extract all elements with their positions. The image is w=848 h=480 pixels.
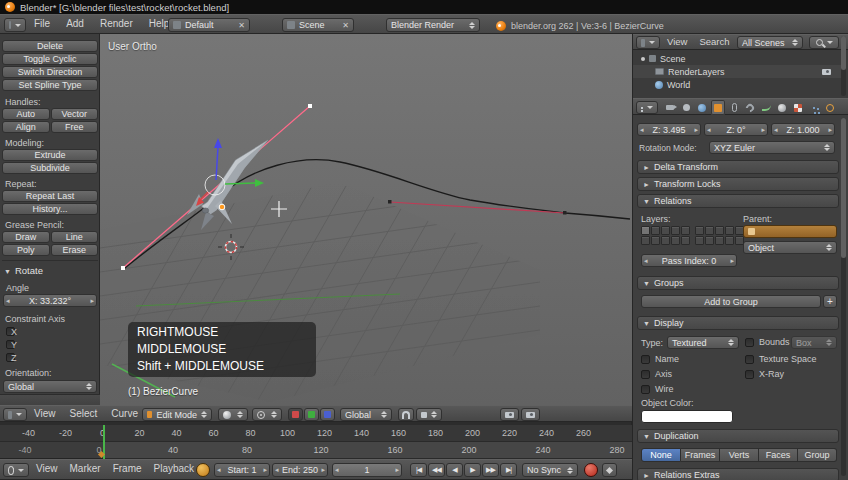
orientation-dropdown[interactable]: Global	[3, 380, 97, 393]
tool-button[interactable]: Vector	[51, 108, 99, 120]
search-button[interactable]	[809, 36, 839, 49]
panel-groups[interactable]: Groups	[637, 276, 839, 290]
render-toggle-icon[interactable]	[822, 69, 831, 75]
duplication-option-button[interactable]: Group	[798, 448, 837, 462]
pass-index-field[interactable]: ◂ Pass Index: 0 ▸	[641, 254, 737, 267]
menu-item[interactable]: Add	[66, 18, 84, 32]
new-group-button[interactable]: +	[823, 295, 837, 308]
layer-cell[interactable]	[661, 226, 670, 235]
current-frame-field[interactable]: ◂ 1 ▸	[332, 463, 402, 477]
tab-modifiers[interactable]	[743, 100, 757, 115]
mode-dropdown[interactable]: Edit Mode	[142, 408, 212, 421]
tool-button[interactable]: Free	[51, 121, 99, 133]
menu-item[interactable]: File	[34, 18, 50, 32]
decrement-icon[interactable]: ◂	[644, 257, 648, 265]
viewport-3d[interactable]: User Ortho RIGHTMOUSEMIDDLEMOUSEShift + …	[100, 34, 632, 405]
layer-cell[interactable]	[705, 236, 714, 245]
properties-scrollbar[interactable]	[841, 118, 846, 476]
bounds-type-dropdown[interactable]: Box	[791, 336, 837, 349]
layer-cell[interactable]	[715, 226, 724, 235]
checkbox[interactable]	[641, 370, 650, 379]
tool-button[interactable]: Erase	[51, 244, 99, 256]
snap-element-dropdown[interactable]	[416, 408, 442, 421]
layer-cell[interactable]	[671, 236, 680, 245]
unlink-scene-icon[interactable]: ✕	[342, 21, 349, 30]
tool-button[interactable]: Delete	[2, 40, 98, 52]
outliner-row-renderlayers[interactable]: RenderLayers	[633, 65, 841, 78]
tab-physics[interactable]	[823, 100, 837, 115]
increment-icon[interactable]: ▸	[321, 466, 325, 474]
tool-button[interactable]: Repeat Last	[2, 190, 98, 202]
add-to-group-button[interactable]: Add to Group	[641, 295, 821, 308]
parent-type-dropdown[interactable]: Object	[743, 241, 837, 254]
increment-icon[interactable]: ▸	[730, 257, 734, 265]
layer-cell[interactable]	[651, 226, 660, 235]
scale-z-field[interactable]: ◂ Z: 1.000 ▸	[771, 123, 835, 136]
layer-cell[interactable]	[681, 236, 690, 245]
editor-type-button[interactable]	[3, 463, 29, 477]
layer-cell[interactable]	[671, 226, 680, 235]
shading-dropdown[interactable]	[218, 408, 248, 421]
editor-type-button[interactable]	[4, 18, 26, 32]
decrement-icon[interactable]: ◂	[275, 466, 279, 474]
tool-button[interactable]: Subdivide	[2, 162, 98, 174]
operator-panel-header[interactable]: Rotate	[4, 265, 43, 276]
layer-cell[interactable]	[651, 236, 660, 245]
editor-type-button[interactable]	[3, 408, 27, 421]
panel-duplication[interactable]: Duplication	[637, 429, 839, 443]
panel-relations-extras[interactable]: Relations Extras	[637, 468, 839, 480]
object-color-swatch[interactable]	[641, 410, 733, 423]
menu-item[interactable]: Playback	[154, 463, 195, 477]
increment-icon[interactable]: ▸	[395, 466, 399, 474]
tab-particles[interactable]	[807, 100, 821, 115]
tool-button[interactable]: Auto	[2, 108, 50, 120]
tab-render[interactable]	[663, 100, 677, 115]
handle-endpoint[interactable]	[121, 266, 125, 270]
editor-type-button[interactable]	[636, 101, 658, 114]
tool-button[interactable]: Set Spline Type	[2, 79, 98, 91]
render-opengl-anim-button[interactable]	[521, 408, 540, 421]
tool-button[interactable]: Poly	[2, 244, 50, 256]
tab-material[interactable]	[775, 100, 789, 115]
auto-keyframe-button[interactable]	[196, 463, 210, 477]
tool-button[interactable]: History...	[2, 203, 98, 215]
layer-cell[interactable]	[725, 226, 734, 235]
draw-type-dropdown[interactable]: Textured	[667, 336, 739, 349]
selected-control-point[interactable]	[219, 204, 225, 210]
layer-cell[interactable]	[695, 226, 704, 235]
tab-scene[interactable]	[679, 100, 693, 115]
increment-icon[interactable]: ▸	[263, 466, 267, 474]
xray-checkbox-row[interactable]: X-Ray	[745, 369, 784, 379]
axis-checkbox-row[interactable]: Axis	[641, 369, 672, 379]
record-button[interactable]	[584, 463, 598, 477]
playback-button[interactable]: ◀◀	[428, 463, 445, 477]
rotation-z-field[interactable]: ◂ Z: 0° ▸	[704, 123, 768, 136]
outliner-scrollbar[interactable]	[841, 36, 846, 96]
menu-item[interactable]: Curve	[111, 408, 138, 421]
render-opengl-button[interactable]	[500, 408, 519, 421]
tab-object-data[interactable]	[759, 100, 773, 115]
layer-cell[interactable]	[705, 226, 714, 235]
start-frame-field[interactable]: ◂ Start: 1 ▸	[214, 463, 270, 477]
layer-cell[interactable]	[641, 236, 650, 245]
checkbox[interactable]	[641, 385, 650, 394]
panel-transform-locks[interactable]: Transform Locks	[637, 177, 839, 191]
panel-relations[interactable]: Relations	[637, 194, 839, 208]
duplication-option-button[interactable]: None	[641, 448, 681, 462]
translate-toggle-button[interactable]	[288, 408, 303, 421]
decrement-icon[interactable]: ◂	[6, 297, 10, 305]
timeline-ruler[interactable]: -40-200204060801001201401601802002202402…	[0, 425, 632, 442]
increment-icon[interactable]: ▸	[761, 126, 765, 134]
menu-item[interactable]: View	[667, 36, 687, 49]
menu-item[interactable]: Search	[699, 36, 729, 49]
outliner-row-world[interactable]: World	[633, 78, 841, 91]
layer-cell[interactable]	[715, 236, 724, 245]
increment-icon[interactable]: ▸	[828, 126, 832, 134]
playback-button[interactable]: ▶▶	[482, 463, 499, 477]
display-scope-dropdown[interactable]: All Scenes	[737, 36, 803, 49]
menu-item[interactable]: Help	[149, 18, 170, 32]
duplication-option-button[interactable]: Faces	[759, 448, 798, 462]
tab-object[interactable]	[711, 100, 725, 115]
screen-layout-selector[interactable]: Default ✕	[168, 18, 250, 32]
transform-orientation-dropdown[interactable]: Global	[340, 408, 392, 421]
